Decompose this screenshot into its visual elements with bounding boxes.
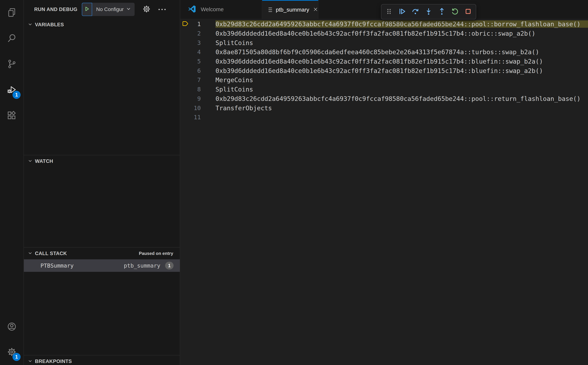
call-stack-frame-row[interactable]: PTBSummary ptb_summary 1 xyxy=(24,259,180,272)
toolbar-drag-handle[interactable] xyxy=(383,6,395,17)
watch-section-header[interactable]: WATCH xyxy=(24,155,180,167)
frame-count-badge: 1 xyxy=(165,262,174,269)
section-label: CALL STACK xyxy=(35,251,67,256)
watch-body xyxy=(24,167,180,247)
code-line: 3 SplitCoins xyxy=(180,38,588,47)
close-icon xyxy=(313,7,318,13)
step-out-icon xyxy=(438,7,446,16)
step-into-icon xyxy=(424,7,433,16)
accounts-button[interactable] xyxy=(0,314,23,340)
line-number: 3 xyxy=(191,39,201,46)
line-number: 8 xyxy=(191,86,201,93)
sidebar-item-extensions[interactable] xyxy=(0,103,23,129)
code-text[interactable]: 0x8ae871505a80d8bf6bf9c05906cda6edfeea46… xyxy=(215,48,588,56)
chevron-down-icon xyxy=(126,7,131,13)
gear-icon xyxy=(142,5,151,14)
debug-badge: 1 xyxy=(13,91,21,99)
step-out-button[interactable] xyxy=(436,6,447,17)
chevron-down-icon xyxy=(28,22,35,27)
continue-button[interactable] xyxy=(397,6,408,17)
code-line: 2 0xb39d6dddedd16ed8a40ce0b1e6b43c92acf0… xyxy=(180,29,588,38)
extensions-icon xyxy=(7,111,17,121)
grip-icon xyxy=(385,7,393,16)
gutter-breakpoint-margin[interactable] xyxy=(180,21,191,28)
source-control-icon xyxy=(7,59,17,70)
configuration-label: No Configur xyxy=(96,7,124,12)
line-number: 11 xyxy=(191,114,201,121)
frame-name: PTBSummary xyxy=(41,262,74,269)
code-text[interactable]: 0xb39d6dddedd16ed8a40ce0b1e6b43c92acf0ff… xyxy=(215,67,588,74)
current-line-arrow-icon xyxy=(182,21,189,28)
settings-badge: 1 xyxy=(13,353,21,361)
sidebar-title: RUN AND DEBUG xyxy=(34,7,78,12)
call-stack-section-header[interactable]: CALL STACK Paused on entry xyxy=(24,248,180,259)
continue-icon xyxy=(398,7,406,16)
code-line: 5 0xb39d6dddedd16ed8a40ce0b1e6b43c92acf0… xyxy=(180,57,588,66)
code-text[interactable]: 0xb39d6dddedd16ed8a40ce0b1e6b43c92acf0ff… xyxy=(215,30,588,37)
chevron-down-icon xyxy=(28,159,35,164)
code-text[interactable]: 0xb29d83c26cdd2a64959263abbcfc4a6937f0c9… xyxy=(215,95,588,102)
tab-label: Welcome xyxy=(201,6,224,13)
variables-body xyxy=(24,30,180,155)
step-over-button[interactable] xyxy=(410,6,421,17)
code-text[interactable]: TransferObjects xyxy=(215,104,588,112)
stop-button[interactable] xyxy=(463,6,474,17)
code-text[interactable]: SplitCoins xyxy=(215,86,588,93)
watch-section: WATCH xyxy=(24,155,180,247)
list-file-icon xyxy=(269,7,272,12)
vscode-window: 1 xyxy=(0,0,588,365)
run-and-debug-sidebar: RUN AND DEBUG No Configur xyxy=(23,0,180,365)
code-text[interactable]: MergeCoins xyxy=(215,76,588,84)
variables-section: VARIABLES xyxy=(24,19,180,155)
sidebar-item-run-and-debug[interactable]: 1 xyxy=(0,77,23,103)
launch-control: No Configur xyxy=(82,3,135,16)
stop-icon xyxy=(464,7,472,16)
ellipsis-icon xyxy=(158,9,166,10)
code-text[interactable]: 0xb39d6dddedd16ed8a40ce0b1e6b43c92acf0ff… xyxy=(215,58,588,65)
tab-ptb-summary[interactable]: ptb_summary xyxy=(262,0,319,19)
sidebar-header: RUN AND DEBUG No Configur xyxy=(24,0,180,19)
open-launch-json-button[interactable] xyxy=(142,5,151,14)
variables-section-header[interactable]: VARIABLES xyxy=(24,19,180,30)
files-icon xyxy=(7,7,17,18)
editor-group: Welcome ptb_summary xyxy=(180,0,588,365)
call-stack-body xyxy=(24,272,180,355)
debug-toolbar xyxy=(381,4,476,20)
start-debugging-button[interactable] xyxy=(82,3,92,16)
breakpoints-section-header[interactable]: BREAKPOINTS xyxy=(24,355,180,365)
close-tab-button[interactable] xyxy=(313,6,318,14)
sidebar-item-explorer[interactable] xyxy=(0,0,23,26)
code-line: 8 SplitCoins xyxy=(180,85,588,94)
line-number: 4 xyxy=(191,49,201,56)
code-text[interactable]: 0xb29d83c26cdd2a64959263abbcfc4a6937f0c9… xyxy=(215,21,588,28)
views-and-more-actions-button[interactable] xyxy=(158,9,166,10)
step-into-button[interactable] xyxy=(423,6,434,17)
section-label: BREAKPOINTS xyxy=(35,358,72,364)
breakpoints-section: BREAKPOINTS xyxy=(24,355,180,365)
search-icon xyxy=(7,33,17,44)
sidebar-item-search[interactable] xyxy=(0,26,23,51)
settings-button[interactable]: 1 xyxy=(0,340,23,365)
pause-status-text: Paused on entry xyxy=(139,251,173,256)
code-line: 4 0x8ae871505a80d8bf6bf9c05906cda6edfeea… xyxy=(180,47,588,57)
code-line: 7 MergeCoins xyxy=(180,75,588,85)
code-line: 1 0xb29d83c26cdd2a64959263abbcfc4a6937f0… xyxy=(180,20,588,29)
sidebar-item-source-control[interactable] xyxy=(0,51,23,77)
code-line: 9 0xb29d83c26cdd2a64959263abbcfc4a6937f0… xyxy=(180,94,588,104)
restart-icon xyxy=(451,7,459,16)
activity-bar: 1 xyxy=(0,0,23,365)
line-number: 1 xyxy=(191,21,201,28)
chevron-down-icon xyxy=(28,251,35,256)
restart-button[interactable] xyxy=(450,6,460,17)
line-number: 2 xyxy=(191,30,201,37)
code-text[interactable]: SplitCoins xyxy=(215,39,588,47)
code-editor[interactable]: 1 0xb29d83c26cdd2a64959263abbcfc4a6937f0… xyxy=(180,19,588,365)
code-line: 11 xyxy=(180,113,588,122)
section-label: WATCH xyxy=(35,158,53,164)
debug-configuration-dropdown[interactable]: No Configur xyxy=(92,3,135,16)
line-number: 10 xyxy=(191,105,201,112)
chevron-down-icon xyxy=(28,359,35,364)
tab-welcome[interactable]: Welcome xyxy=(180,0,262,19)
code-line: 10 TransferObjects xyxy=(180,103,588,113)
tab-label: ptb_summary xyxy=(276,7,309,13)
